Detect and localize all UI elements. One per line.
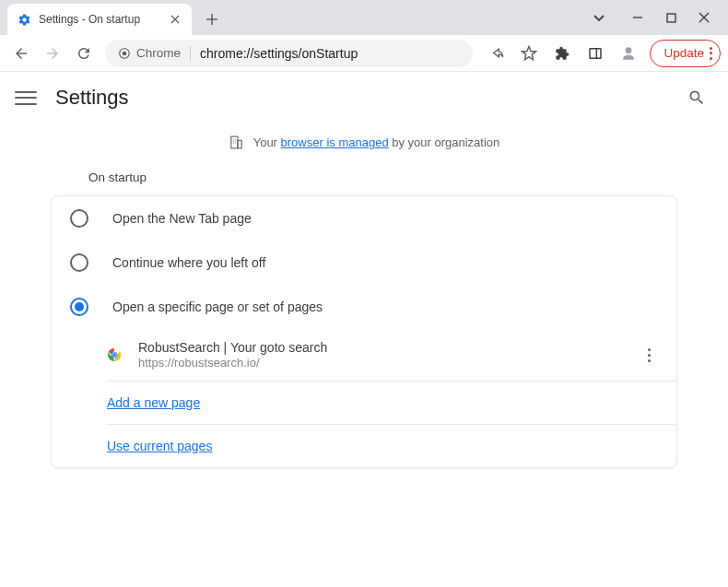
- option-label: Continue where you left off: [112, 255, 265, 270]
- back-button[interactable]: [7, 40, 35, 67]
- add-page-row: Add a new page: [52, 382, 676, 424]
- reload-button[interactable]: [70, 40, 98, 67]
- svg-point-4: [626, 47, 632, 53]
- managed-banner: Your browser is managed by your organiza…: [37, 129, 691, 163]
- omnibox-divider: [190, 46, 191, 61]
- svg-rect-2: [590, 48, 601, 58]
- update-label: Update: [663, 46, 704, 60]
- extensions-icon[interactable]: [550, 41, 574, 65]
- site-info-icon[interactable]: Chrome: [118, 46, 181, 60]
- minimize-button[interactable]: [630, 10, 645, 25]
- close-button[interactable]: [697, 10, 711, 25]
- option-label: Open a specific page or set of pages: [112, 299, 323, 314]
- gear-icon: [17, 12, 31, 27]
- tab-title: Settings - On startup: [39, 13, 164, 26]
- titlebar: Settings - On startup: [0, 0, 728, 35]
- option-label: Open the New Tab page: [112, 211, 252, 226]
- managed-text: Your browser is managed by your organiza…: [253, 135, 500, 149]
- update-button[interactable]: Update: [650, 40, 721, 67]
- page-info: RobustSearch | Your goto search https://…: [138, 340, 624, 370]
- toolbar: Chrome chrome://settings/onStartup Updat…: [0, 35, 728, 72]
- content: Your browser is managed by your organiza…: [0, 129, 728, 468]
- managed-suffix: by your organization: [389, 135, 500, 149]
- use-current-row: Use current pages: [52, 425, 676, 467]
- option-continue[interactable]: Continue where you left off: [52, 241, 676, 285]
- search-icon[interactable]: [687, 88, 706, 107]
- use-current-link[interactable]: Use current pages: [107, 439, 212, 453]
- forward-button[interactable]: [39, 40, 66, 67]
- chevron-down-icon[interactable]: [592, 10, 606, 25]
- radio-icon: [70, 253, 88, 272]
- startup-page-row: RobustSearch | Your goto search https://…: [52, 329, 676, 381]
- side-panel-icon[interactable]: [583, 41, 607, 65]
- svg-point-16: [112, 353, 116, 357]
- kebab-menu-icon[interactable]: [640, 341, 658, 370]
- page-title: Settings: [55, 86, 129, 110]
- secure-label: Chrome: [136, 46, 181, 60]
- option-specific-pages[interactable]: Open a specific page or set of pages: [52, 285, 676, 329]
- omnibox[interactable]: Chrome chrome://settings/onStartup: [105, 40, 473, 67]
- option-new-tab[interactable]: Open the New Tab page: [52, 196, 676, 241]
- page-url-text: https://robustsearch.io/: [138, 356, 624, 370]
- radio-icon: [70, 298, 88, 316]
- settings-header: Settings: [0, 72, 728, 123]
- svg-rect-6: [238, 140, 241, 148]
- maximize-button[interactable]: [663, 10, 678, 25]
- favicon-icon: [107, 347, 122, 362]
- startup-card: Open the New Tab page Continue where you…: [51, 195, 677, 468]
- share-icon[interactable]: [484, 41, 508, 65]
- add-page-link[interactable]: Add a new page: [107, 395, 200, 410]
- radio-icon: [70, 209, 88, 228]
- managed-link[interactable]: browser is managed: [281, 135, 389, 149]
- window-controls: [592, 0, 724, 35]
- building-icon: [229, 135, 244, 150]
- profile-icon[interactable]: [616, 41, 640, 65]
- svg-rect-5: [231, 136, 238, 148]
- bookmark-icon[interactable]: [517, 41, 541, 65]
- menu-icon: [710, 47, 712, 60]
- browser-tab[interactable]: Settings - On startup: [7, 4, 192, 35]
- svg-rect-0: [667, 14, 675, 22]
- new-tab-button[interactable]: [199, 6, 225, 32]
- svg-point-1: [123, 51, 127, 55]
- url-text: chrome://settings/onStartup: [200, 46, 358, 61]
- page-title-text: RobustSearch | Your goto search: [138, 340, 624, 355]
- section-label: On startup: [88, 170, 691, 184]
- close-tab-icon[interactable]: [168, 12, 182, 27]
- managed-prefix: Your: [253, 135, 281, 149]
- hamburger-menu-icon[interactable]: [15, 87, 37, 109]
